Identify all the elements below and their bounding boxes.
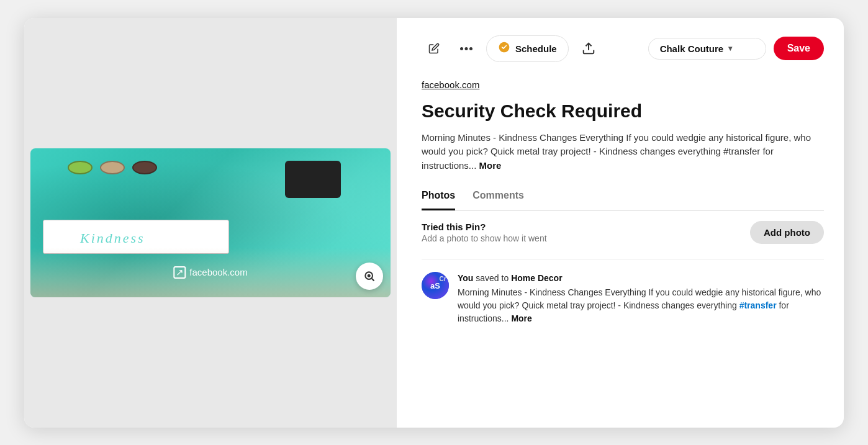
bowls-area (68, 161, 157, 174)
svg-point-3 (460, 47, 463, 50)
photo-prompt-subtitle: Add a photo to show how it went (422, 233, 547, 243)
board-selector[interactable]: Chalk Couture ▾ (648, 38, 766, 60)
tab-comments[interactable]: Comments (472, 190, 524, 210)
transfer-link[interactable]: #transfer (739, 300, 777, 310)
comment-user-line: You saved to Home Decor (458, 272, 824, 285)
svg-text:aS: aS (430, 281, 440, 290)
visual-search-button[interactable] (356, 263, 383, 290)
svg-point-1 (368, 274, 371, 277)
svg-point-5 (469, 47, 472, 50)
activity-row: aS Cr You saved to Home Decor Morning Mi… (422, 272, 824, 325)
pin-modal: Kindness ↗ facebook.com (24, 18, 844, 428)
more-options-button[interactable] (454, 36, 479, 61)
comment-board: Home Decor (511, 273, 562, 283)
bowl-dark (132, 161, 157, 174)
schedule-icon (498, 41, 510, 56)
pin-title: Security Check Required (422, 100, 824, 122)
arrow-icon: ↗ (173, 266, 186, 279)
bowl-green (68, 161, 93, 174)
avatar-inner: aS Cr (422, 272, 449, 299)
divider (422, 259, 824, 259)
image-panel: Kindness ↗ facebook.com (24, 18, 397, 428)
detail-panel: Schedule Chalk Couture ▾ Save facebook.c… (397, 18, 844, 428)
chevron-down-icon: ▾ (728, 44, 732, 53)
more-link[interactable]: More (479, 160, 502, 171)
save-button[interactable]: Save (774, 37, 824, 60)
upload-button[interactable] (576, 36, 601, 61)
comment-content: You saved to Home Decor Morning Minutes … (458, 272, 824, 325)
comment-text: Morning Minutes - Kindness Changes Every… (458, 286, 824, 325)
tab-photos[interactable]: Photos (422, 190, 455, 210)
add-photo-button[interactable]: Add photo (750, 221, 824, 244)
pin-image: Kindness ↗ facebook.com (30, 148, 391, 297)
bowl-tan (100, 161, 125, 174)
photo-prompt: Tried this Pin? Add a photo to show how … (422, 222, 547, 243)
image-source-label: ↗ facebook.com (173, 266, 247, 279)
tabs-row: Photos Comments (422, 190, 824, 211)
avatar: aS Cr (422, 272, 449, 299)
schedule-button[interactable]: Schedule (486, 35, 569, 62)
chalk-writing: Kindness (80, 230, 145, 246)
comment-more-link[interactable]: More (511, 313, 531, 323)
svg-line-2 (372, 278, 374, 281)
pin-description: Morning Minutes - Kindness Changes Every… (422, 131, 824, 173)
photo-section: Tried this Pin? Add a photo to show how … (422, 221, 824, 244)
svg-point-4 (465, 47, 468, 50)
toolbar: Schedule Chalk Couture ▾ Save (422, 35, 824, 62)
source-link[interactable]: facebook.com (422, 79, 824, 90)
device-prop (285, 161, 341, 198)
edit-button[interactable] (422, 36, 446, 61)
photo-prompt-title: Tried this Pin? (422, 222, 547, 232)
svg-text:Cr: Cr (439, 276, 446, 282)
